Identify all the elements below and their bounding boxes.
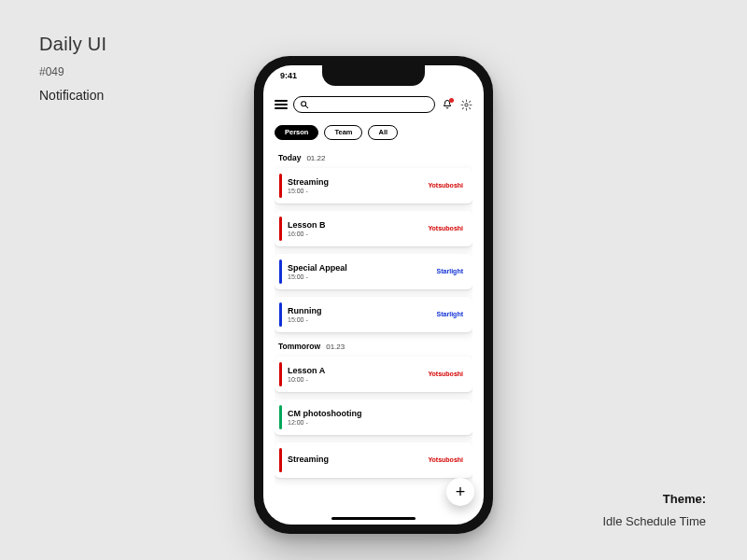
topbar [275,93,472,116]
schedule-card[interactable]: Special Appeal15:00 -Starlight [275,254,472,289]
card-title: Streaming [288,455,329,464]
card-tag: Yotsuboshi [428,456,463,463]
notification-badge [449,98,454,103]
search-input[interactable] [293,96,435,113]
page-number: #049 [39,65,64,78]
card-stripe [279,174,282,198]
filter-chip-team[interactable]: Team [324,125,362,140]
home-indicator [331,517,416,521]
card-title: Streaming [288,177,329,187]
schedule-card[interactable]: Streaming15:00 -Yotsuboshi [275,168,472,203]
page-title: Daily UI [39,34,106,55]
add-button[interactable]: + [446,478,474,506]
card-tag: Starlight [437,268,463,274]
settings-icon[interactable] [459,98,472,111]
card-tag: Yotsuboshi [428,225,463,231]
card-tag: Yotsuboshi [428,371,463,377]
card-title: Running [288,306,322,315]
card-title: Special Appeal [288,263,347,273]
card-time: 16:00 - [288,231,326,237]
card-time: 15:00 - [288,273,347,280]
phone-notch [322,65,425,86]
section-date: 01.23 [326,343,345,351]
card-stripe [279,259,282,284]
card-tag: Yotsuboshi [428,182,463,189]
search-field[interactable] [313,101,429,109]
card-stripe [279,405,282,429]
app-content: PersonTeamAll Today01.22Streaming15:00 -… [263,65,484,525]
schedule-card[interactable]: StreamingYotsuboshi [275,442,472,478]
card-stripe [279,362,282,386]
card-title: Lesson A [288,366,325,375]
status-time: 9:41 [280,71,297,80]
svg-line-1 [305,105,308,108]
card-tag: Starlight [437,311,463,317]
search-icon [300,100,309,109]
notification-icon[interactable] [441,98,454,111]
schedule-list[interactable]: Today01.22Streaming15:00 -YotsuboshiLess… [275,153,472,525]
card-time: 15:00 - [288,316,322,323]
filter-chip-person[interactable]: Person [275,125,318,140]
card-time: 12:00 - [288,419,361,426]
section-header: Today01.22 [278,153,472,162]
phone-frame: 9:41 PersonTeamAll [254,56,493,534]
section-day: Tommorow [278,342,320,351]
section-header: Tommorow01.23 [278,342,472,351]
card-title: CM photoshooting [288,409,361,418]
svg-point-2 [464,103,467,105]
card-stripe [279,217,282,241]
theme-label: Theme: [663,492,706,506]
schedule-card[interactable]: Lesson A10:00 -Yotsuboshi [275,357,472,392]
page-subtitle: Notification [39,88,104,103]
card-time: 10:00 - [288,376,325,383]
filter-chips: PersonTeamAll [275,125,472,140]
card-title: Lesson B [288,220,326,230]
schedule-card[interactable]: Running15:00 -Starlight [275,297,472,332]
section-day: Today [278,153,301,162]
menu-icon[interactable] [275,100,288,108]
filter-chip-all[interactable]: All [368,125,398,140]
schedule-card[interactable]: CM photoshooting12:00 - [275,399,472,435]
phone-screen: 9:41 PersonTeamAll [263,65,484,525]
card-time: 15:00 - [288,188,329,194]
section-date: 01.22 [306,154,325,162]
card-stripe [279,302,282,327]
card-stripe [279,448,282,472]
theme-value: Idle Schedule Time [602,514,706,528]
schedule-card[interactable]: Lesson B16:00 -Yotsuboshi [275,211,472,246]
